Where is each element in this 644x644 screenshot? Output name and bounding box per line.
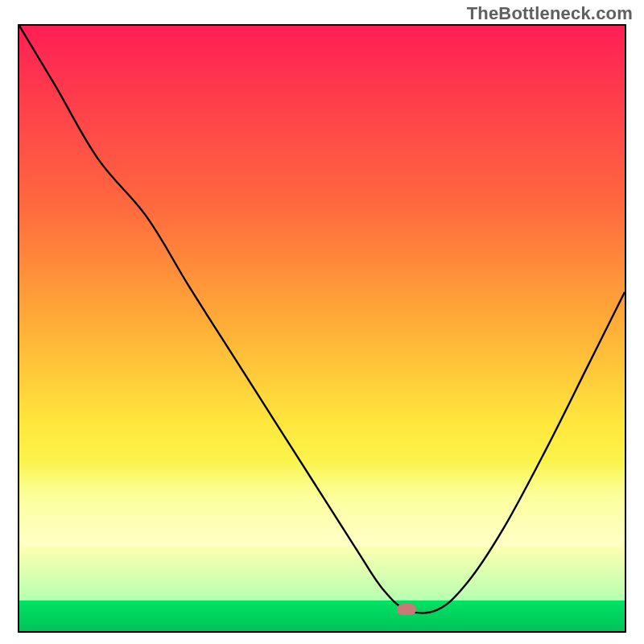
- bottleneck-curve: [19, 26, 625, 631]
- curve-path: [19, 26, 625, 613]
- watermark-text: TheBottleneck.com: [467, 3, 633, 24]
- plot-frame: [18, 24, 626, 633]
- marker-point: [397, 604, 416, 615]
